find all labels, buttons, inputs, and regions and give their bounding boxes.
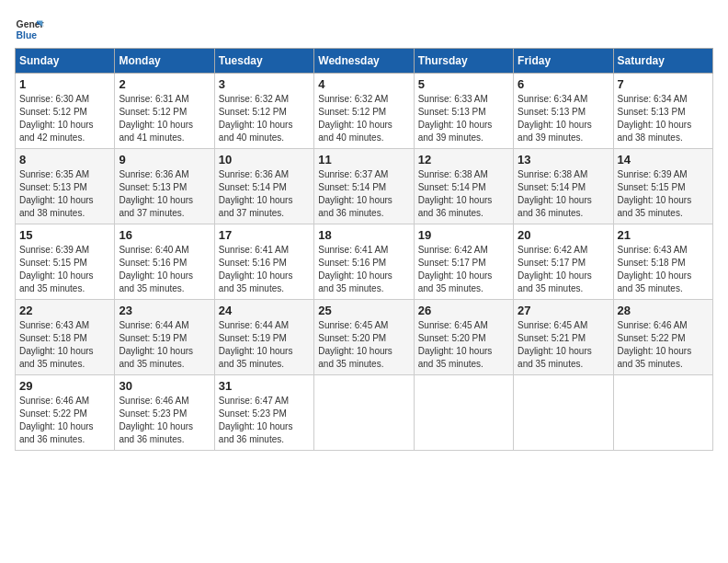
day-number: 23 xyxy=(119,304,210,317)
day-info: Sunrise: 6:41 AM Sunset: 5:16 PM Dayligh… xyxy=(318,244,409,295)
sunset-label: Sunset: 5:20 PM xyxy=(418,333,486,343)
calendar-cell: 10 Sunrise: 6:36 AM Sunset: 5:14 PM Dayl… xyxy=(214,149,313,224)
day-info: Sunrise: 6:44 AM Sunset: 5:19 PM Dayligh… xyxy=(219,319,310,371)
daylight-label: Daylight: 10 hours and 35 minutes. xyxy=(618,270,692,293)
sunrise-label: Sunrise: 6:44 AM xyxy=(219,320,289,330)
day-info: Sunrise: 6:38 AM Sunset: 5:14 PM Dayligh… xyxy=(518,168,609,220)
day-number: 10 xyxy=(219,153,310,167)
daylight-label: Daylight: 10 hours and 38 minutes. xyxy=(19,195,94,218)
day-number: 27 xyxy=(518,304,609,317)
day-number: 13 xyxy=(518,153,609,167)
calendar-cell: 9 Sunrise: 6:36 AM Sunset: 5:13 PM Dayli… xyxy=(115,149,214,224)
day-info: Sunrise: 6:45 AM Sunset: 5:20 PM Dayligh… xyxy=(318,319,409,371)
sunrise-label: Sunrise: 6:42 AM xyxy=(418,245,488,255)
calendar-cell: 6 Sunrise: 6:34 AM Sunset: 5:13 PM Dayli… xyxy=(514,74,613,149)
day-number: 4 xyxy=(318,77,409,91)
sunrise-label: Sunrise: 6:30 AM xyxy=(19,94,89,104)
calendar-cell: 15 Sunrise: 6:39 AM Sunset: 5:15 PM Dayl… xyxy=(16,224,115,300)
sunrise-label: Sunrise: 6:37 AM xyxy=(318,169,388,179)
daylight-label: Daylight: 10 hours and 35 minutes. xyxy=(219,346,293,369)
calendar-cell xyxy=(314,375,414,451)
day-info: Sunrise: 6:44 AM Sunset: 5:19 PM Dayligh… xyxy=(119,319,210,371)
sunrise-label: Sunrise: 6:36 AM xyxy=(119,169,188,179)
day-info: Sunrise: 6:30 AM Sunset: 5:12 PM Dayligh… xyxy=(19,93,110,144)
calendar-cell: 31 Sunrise: 6:47 AM Sunset: 5:23 PM Dayl… xyxy=(214,375,313,451)
day-info: Sunrise: 6:32 AM Sunset: 5:12 PM Dayligh… xyxy=(318,93,409,144)
daylight-label: Daylight: 10 hours and 35 minutes. xyxy=(19,270,94,293)
day-info: Sunrise: 6:45 AM Sunset: 5:20 PM Dayligh… xyxy=(418,319,509,371)
daylight-label: Daylight: 10 hours and 35 minutes. xyxy=(418,346,493,369)
calendar-cell: 2 Sunrise: 6:31 AM Sunset: 5:12 PM Dayli… xyxy=(115,74,214,149)
calendar-cell xyxy=(613,375,712,451)
sunset-label: Sunset: 5:20 PM xyxy=(318,333,386,343)
day-info: Sunrise: 6:36 AM Sunset: 5:13 PM Dayligh… xyxy=(119,168,210,220)
daylight-label: Daylight: 10 hours and 35 minutes. xyxy=(19,346,94,369)
day-info: Sunrise: 6:43 AM Sunset: 5:18 PM Dayligh… xyxy=(618,244,709,295)
daylight-label: Daylight: 10 hours and 35 minutes. xyxy=(418,270,493,293)
sunrise-label: Sunrise: 6:41 AM xyxy=(318,245,388,255)
sunrise-label: Sunrise: 6:46 AM xyxy=(618,320,688,330)
sunset-label: Sunset: 5:17 PM xyxy=(418,258,486,268)
calendar-cell: 29 Sunrise: 6:46 AM Sunset: 5:22 PM Dayl… xyxy=(16,375,115,451)
sunrise-label: Sunrise: 6:31 AM xyxy=(119,94,188,104)
day-number: 14 xyxy=(618,153,709,167)
day-info: Sunrise: 6:47 AM Sunset: 5:23 PM Dayligh… xyxy=(219,395,310,446)
sunset-label: Sunset: 5:19 PM xyxy=(219,333,287,343)
daylight-label: Daylight: 10 hours and 35 minutes. xyxy=(219,270,293,293)
sunset-label: Sunset: 5:17 PM xyxy=(518,258,586,268)
calendar-cell: 30 Sunrise: 6:46 AM Sunset: 5:23 PM Dayl… xyxy=(115,375,214,451)
weekday-header: Saturday xyxy=(613,49,712,74)
sunset-label: Sunset: 5:14 PM xyxy=(318,182,386,192)
day-number: 5 xyxy=(418,77,509,91)
daylight-label: Daylight: 10 hours and 35 minutes. xyxy=(119,270,193,293)
daylight-label: Daylight: 10 hours and 37 minutes. xyxy=(119,195,193,218)
day-number: 17 xyxy=(219,228,310,242)
sunset-label: Sunset: 5:14 PM xyxy=(418,182,486,192)
sunrise-label: Sunrise: 6:42 AM xyxy=(518,245,587,255)
calendar-body: 1 Sunrise: 6:30 AM Sunset: 5:12 PM Dayli… xyxy=(16,74,713,451)
day-info: Sunrise: 6:45 AM Sunset: 5:21 PM Dayligh… xyxy=(518,319,609,371)
daylight-label: Daylight: 10 hours and 35 minutes. xyxy=(518,346,592,369)
sunrise-label: Sunrise: 6:43 AM xyxy=(618,245,688,255)
sunset-label: Sunset: 5:16 PM xyxy=(318,258,386,268)
calendar-cell: 23 Sunrise: 6:44 AM Sunset: 5:19 PM Dayl… xyxy=(115,300,214,375)
sunrise-label: Sunrise: 6:40 AM xyxy=(119,245,188,255)
day-number: 11 xyxy=(318,153,409,167)
sunrise-label: Sunrise: 6:44 AM xyxy=(119,320,188,330)
sunset-label: Sunset: 5:23 PM xyxy=(219,408,287,419)
calendar-cell: 17 Sunrise: 6:41 AM Sunset: 5:16 PM Dayl… xyxy=(214,224,313,300)
daylight-label: Daylight: 10 hours and 35 minutes. xyxy=(618,346,692,369)
calendar-cell: 24 Sunrise: 6:44 AM Sunset: 5:19 PM Dayl… xyxy=(214,300,313,375)
weekday-header: Wednesday xyxy=(314,49,414,74)
sunrise-label: Sunrise: 6:46 AM xyxy=(119,396,188,406)
sunrise-label: Sunrise: 6:34 AM xyxy=(618,94,688,104)
calendar-cell: 5 Sunrise: 6:33 AM Sunset: 5:13 PM Dayli… xyxy=(414,74,513,149)
day-info: Sunrise: 6:46 AM Sunset: 5:22 PM Dayligh… xyxy=(618,319,709,371)
day-number: 21 xyxy=(618,228,709,242)
sunrise-label: Sunrise: 6:36 AM xyxy=(219,169,289,179)
day-number: 8 xyxy=(19,153,110,167)
daylight-label: Daylight: 10 hours and 36 minutes. xyxy=(219,421,293,444)
daylight-label: Daylight: 10 hours and 35 minutes. xyxy=(119,346,193,369)
day-number: 3 xyxy=(219,77,310,91)
day-number: 22 xyxy=(19,304,110,317)
sunset-label: Sunset: 5:22 PM xyxy=(618,333,686,343)
calendar-cell: 20 Sunrise: 6:42 AM Sunset: 5:17 PM Dayl… xyxy=(514,224,613,300)
page-header: General Blue xyxy=(15,15,713,44)
calendar-cell: 11 Sunrise: 6:37 AM Sunset: 5:14 PM Dayl… xyxy=(314,149,414,224)
day-info: Sunrise: 6:42 AM Sunset: 5:17 PM Dayligh… xyxy=(418,244,509,295)
calendar-cell: 22 Sunrise: 6:43 AM Sunset: 5:18 PM Dayl… xyxy=(16,300,115,375)
sunset-label: Sunset: 5:22 PM xyxy=(19,408,87,419)
daylight-label: Daylight: 10 hours and 39 minutes. xyxy=(418,120,493,143)
sunset-label: Sunset: 5:13 PM xyxy=(19,182,87,192)
sunset-label: Sunset: 5:13 PM xyxy=(418,107,486,117)
daylight-label: Daylight: 10 hours and 40 minutes. xyxy=(318,120,392,143)
calendar-week-row: 22 Sunrise: 6:43 AM Sunset: 5:18 PM Dayl… xyxy=(16,300,713,375)
calendar-cell: 26 Sunrise: 6:45 AM Sunset: 5:20 PM Dayl… xyxy=(414,300,513,375)
sunset-label: Sunset: 5:12 PM xyxy=(219,107,287,117)
day-number: 1 xyxy=(19,77,110,91)
day-info: Sunrise: 6:40 AM Sunset: 5:16 PM Dayligh… xyxy=(119,244,210,295)
sunset-label: Sunset: 5:18 PM xyxy=(19,333,87,343)
day-number: 16 xyxy=(119,228,210,242)
logo-icon: General Blue xyxy=(15,15,44,44)
